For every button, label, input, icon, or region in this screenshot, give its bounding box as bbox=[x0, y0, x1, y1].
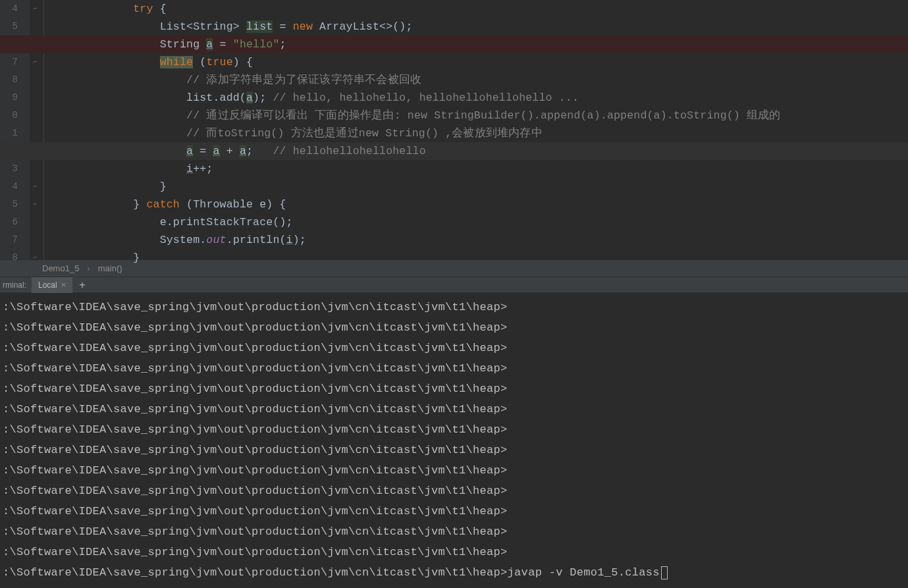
terminal-line: :\Software\IDEA\save_spring\jvm\out\prod… bbox=[3, 440, 905, 460]
line-number[interactable]: 5 bbox=[0, 18, 30, 36]
fold-icon[interactable]: ⌐ bbox=[32, 201, 40, 209]
line-number[interactable]: 8 bbox=[0, 249, 30, 267]
line-number[interactable]: 6 bbox=[0, 213, 30, 231]
terminal-line: :\Software\IDEA\save_spring\jvm\out\prod… bbox=[3, 521, 905, 542]
terminal-output[interactable]: :\Software\IDEA\save_spring\jvm\out\prod… bbox=[0, 293, 908, 588]
terminal-line: :\Software\IDEA\save_spring\jvm\out\prod… bbox=[3, 481, 905, 501]
code-line[interactable]: } bbox=[53, 178, 908, 196]
terminal-line: :\Software\IDEA\save_spring\jvm\out\prod… bbox=[3, 338, 905, 358]
terminal-line: :\Software\IDEA\save_spring\jvm\out\prod… bbox=[3, 358, 905, 379]
line-number[interactable]: 5 bbox=[0, 196, 30, 213]
terminal-line: :\Software\IDEA\save_spring\jvm\out\prod… bbox=[3, 419, 905, 440]
code-line[interactable]: while (true) { bbox=[53, 53, 908, 71]
code-line[interactable]: } bbox=[53, 249, 908, 267]
terminal-tab-local[interactable]: Local × bbox=[32, 277, 72, 293]
terminal-line: :\Software\IDEA\save_spring\jvm\out\prod… bbox=[3, 542, 905, 562]
terminal-line: :\Software\IDEA\save_spring\jvm\out\prod… bbox=[3, 399, 905, 419]
terminal-cursor bbox=[661, 566, 668, 579]
add-terminal-button[interactable]: + bbox=[72, 279, 92, 291]
code-line[interactable]: String a = "hello"; bbox=[53, 36, 908, 53]
line-number[interactable]: 3 bbox=[0, 160, 30, 178]
terminal-line: :\Software\IDEA\save_spring\jvm\out\prod… bbox=[3, 317, 905, 338]
terminal-header: rminal: Local × + bbox=[0, 277, 908, 293]
fold-icon[interactable]: ⌐ bbox=[32, 254, 40, 262]
terminal-line: :\Software\IDEA\save_spring\jvm\out\prod… bbox=[3, 297, 905, 317]
code-line[interactable]: List<String> list = new ArrayList<>(); bbox=[53, 18, 908, 36]
code-editor[interactable]: 456789012345678 ⌐⌐⌐⌐⌐⌐💡 try { List<Strin… bbox=[0, 0, 908, 259]
code-line[interactable]: e.printStackTrace(); bbox=[53, 213, 908, 231]
code-line[interactable]: // 通过反编译可以看出 下面的操作是由: new StringBuilder(… bbox=[53, 107, 908, 124]
line-number[interactable]: 4 bbox=[0, 0, 30, 18]
terminal-tool-label[interactable]: rminal: bbox=[0, 281, 32, 290]
line-number[interactable]: 1 bbox=[0, 124, 30, 142]
line-number[interactable]: 4 bbox=[0, 178, 30, 196]
code-line[interactable]: i++; bbox=[53, 160, 908, 178]
code-line[interactable]: // 而toString() 方法也是通过new String() ,会被放到堆… bbox=[53, 124, 908, 142]
terminal-line: :\Software\IDEA\save_spring\jvm\out\prod… bbox=[3, 379, 905, 399]
fold-icon[interactable]: ⌐ bbox=[32, 59, 40, 67]
code-line[interactable]: list.add(a); // hello, hellohello, hello… bbox=[53, 89, 908, 107]
code-line[interactable]: try { bbox=[53, 0, 908, 18]
terminal-line: :\Software\IDEA\save_spring\jvm\out\prod… bbox=[3, 460, 905, 481]
code-line[interactable]: System.out.println(i); bbox=[53, 231, 908, 249]
line-number[interactable]: 7 bbox=[0, 53, 30, 71]
code-line[interactable]: a = a + a; // hellohellohellohello bbox=[53, 142, 908, 160]
code-line[interactable]: // 添加字符串是为了保证该字符串不会被回收 bbox=[53, 71, 908, 89]
terminal-input-line[interactable]: :\Software\IDEA\save_spring\jvm\out\prod… bbox=[3, 562, 905, 583]
line-number[interactable]: 7 bbox=[0, 231, 30, 249]
code-area[interactable]: try { List<String> list = new ArrayList<… bbox=[44, 0, 908, 259]
close-icon[interactable]: × bbox=[61, 280, 67, 290]
fold-icon[interactable]: ⌐ bbox=[32, 183, 40, 191]
line-number[interactable]: 0 bbox=[0, 107, 30, 124]
code-line[interactable]: } catch (Throwable e) { bbox=[53, 196, 908, 213]
terminal-tab-label: Local bbox=[38, 281, 57, 290]
terminal-line: :\Software\IDEA\save_spring\jvm\out\prod… bbox=[3, 501, 905, 521]
line-number[interactable]: 8 bbox=[0, 71, 30, 89]
line-number[interactable]: 9 bbox=[0, 89, 30, 107]
fold-icon[interactable]: ⌐ bbox=[32, 5, 40, 13]
